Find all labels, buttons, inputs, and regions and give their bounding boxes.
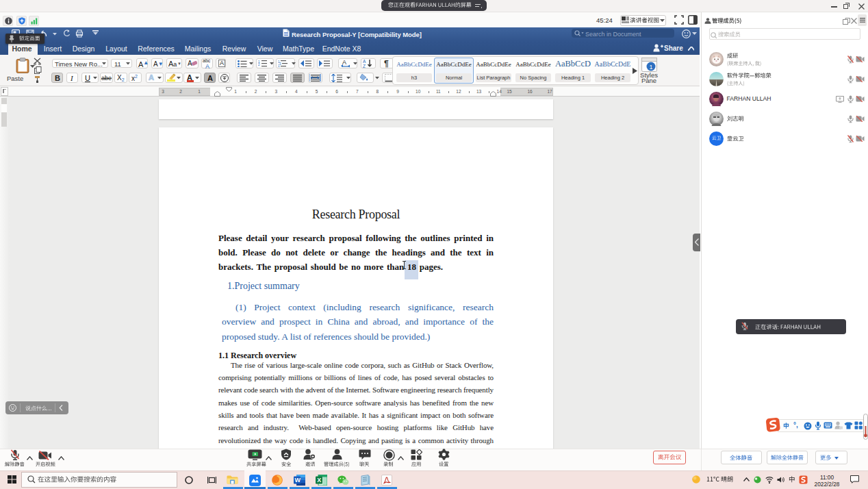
svg-text:1: 1 bbox=[650, 64, 653, 71]
svg-text:W: W bbox=[295, 477, 301, 484]
svg-text:A: A bbox=[188, 60, 192, 67]
svg-text:X: X bbox=[317, 477, 321, 484]
svg-text:2: 2 bbox=[258, 63, 260, 66]
svg-text:A: A bbox=[363, 59, 366, 64]
svg-text:Z: Z bbox=[363, 64, 366, 68]
